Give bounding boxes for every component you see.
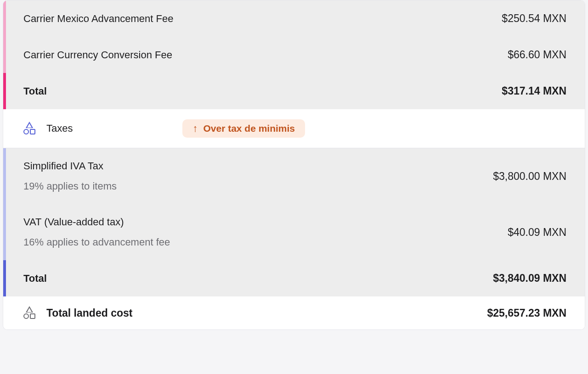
tax-label: Simplified IVA Tax	[23, 160, 117, 172]
tax-sublabel: 16% applies to advancement fee	[23, 236, 170, 248]
arrow-up-icon: ↑	[192, 123, 198, 134]
fees-total-row: Total $317.14 MXN	[3, 73, 585, 109]
taxes-section-header: Taxes ↑ Over tax de minimis	[3, 109, 585, 148]
fee-value: $250.54 MXN	[502, 12, 566, 25]
fee-value: $66.60 MXN	[508, 49, 566, 61]
cost-breakdown-card: Carrier Mexico Advancement Fee $250.54 M…	[3, 0, 585, 330]
total-landed-cost-row: Total landed cost $25,657.23 MXN	[3, 296, 585, 329]
over-de-minimis-badge: ↑ Over tax de minimis	[182, 119, 305, 138]
fee-label: Carrier Mexico Advancement Fee	[23, 13, 173, 25]
tax-sublabel: 19% applies to items	[23, 180, 117, 192]
shapes-icon	[23, 307, 35, 319]
tax-label: VAT (Value-added tax)	[23, 216, 170, 228]
tax-value: $40.09 MXN	[508, 226, 566, 239]
taxes-total-row: Total $3,840.09 MXN	[3, 260, 585, 296]
taxes-title: Taxes	[46, 123, 73, 134]
fees-total-label: Total	[23, 85, 47, 97]
badge-text: Over tax de minimis	[203, 123, 295, 134]
tax-row: VAT (Value-added tax) 16% applies to adv…	[3, 204, 585, 260]
taxes-total-label: Total	[23, 273, 47, 285]
fees-section: Carrier Mexico Advancement Fee $250.54 M…	[3, 0, 585, 109]
taxes-total-value: $3,840.09 MXN	[493, 272, 566, 285]
fees-total-value: $317.14 MXN	[502, 85, 566, 97]
fee-row: Carrier Mexico Advancement Fee $250.54 M…	[3, 0, 585, 37]
total-landed-cost-label: Total landed cost	[46, 307, 132, 319]
fee-label: Carrier Currency Conversion Fee	[23, 49, 172, 61]
tax-row: Simplified IVA Tax 19% applies to items …	[3, 148, 585, 204]
shapes-icon	[23, 122, 35, 135]
tax-value: $3,800.00 MXN	[493, 170, 566, 183]
taxes-section: Simplified IVA Tax 19% applies to items …	[3, 148, 585, 296]
fee-row: Carrier Currency Conversion Fee $66.60 M…	[3, 37, 585, 73]
total-landed-cost-value: $25,657.23 MXN	[487, 307, 566, 319]
